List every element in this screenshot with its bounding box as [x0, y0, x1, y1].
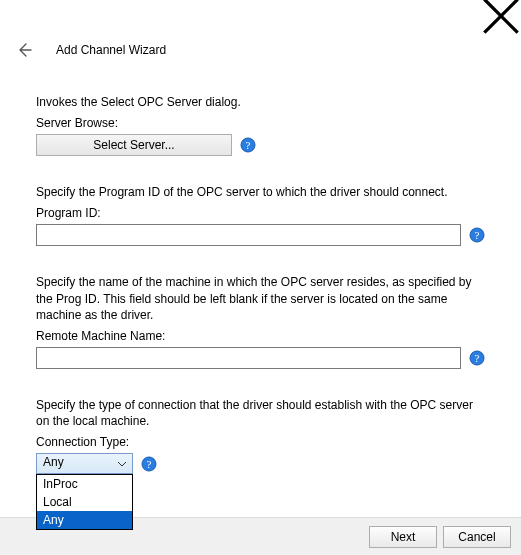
server-browse-label: Server Browse:	[36, 116, 485, 130]
close-button[interactable]	[481, 2, 521, 30]
remote-machine-label: Remote Machine Name:	[36, 329, 485, 343]
help-icon[interactable]: ?	[469, 227, 485, 243]
connection-type-select[interactable]: Any	[36, 453, 133, 474]
help-icon[interactable]: ?	[469, 350, 485, 366]
server-browse-desc: Invokes the Select OPC Server dialog.	[36, 94, 485, 110]
program-id-desc: Specify the Program ID of the OPC server…	[36, 184, 485, 200]
connection-type-selected-value: Any	[43, 455, 64, 469]
remote-machine-desc: Specify the name of the machine in which…	[36, 274, 485, 323]
connection-type-dropdown[interactable]: InProc Local Any	[36, 474, 133, 530]
chevron-down-icon	[114, 454, 130, 473]
select-server-button[interactable]: Select Server...	[36, 134, 232, 156]
connection-type-desc: Specify the type of connection that the …	[36, 397, 485, 429]
help-icon[interactable]: ?	[141, 456, 157, 472]
connection-type-option-local[interactable]: Local	[37, 493, 132, 511]
connection-type-label: Connection Type:	[36, 435, 485, 449]
cancel-button[interactable]: Cancel	[443, 526, 511, 548]
svg-text:?: ?	[475, 352, 480, 364]
remote-machine-input[interactable]	[36, 347, 461, 369]
next-button[interactable]: Next	[369, 526, 437, 548]
program-id-label: Program ID:	[36, 206, 485, 220]
svg-text:?: ?	[246, 139, 251, 151]
svg-text:?: ?	[147, 458, 152, 470]
help-icon[interactable]: ?	[240, 137, 256, 153]
svg-text:?: ?	[475, 229, 480, 241]
program-id-input[interactable]	[36, 224, 461, 246]
connection-type-option-any[interactable]: Any	[37, 511, 132, 529]
back-button[interactable]	[14, 40, 34, 60]
page-title: Add Channel Wizard	[56, 43, 166, 57]
connection-type-option-inproc[interactable]: InProc	[37, 475, 132, 493]
